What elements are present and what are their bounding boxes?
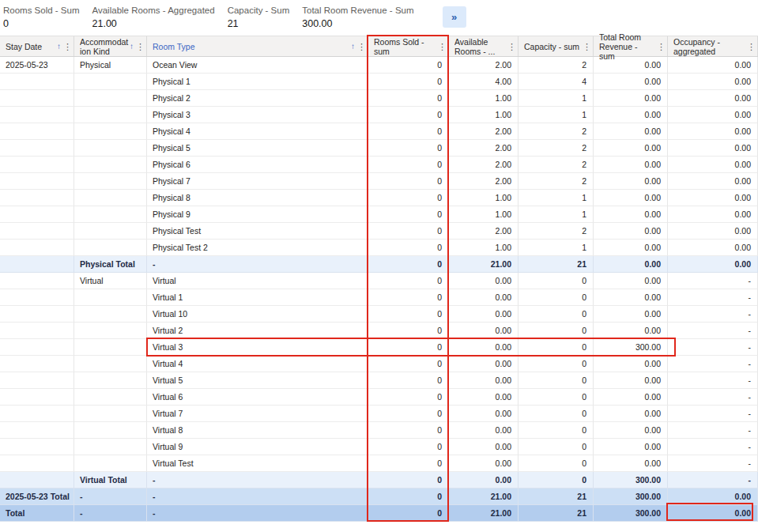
cell-sold: 0 xyxy=(368,240,449,256)
cell-cap: 0 xyxy=(519,323,594,339)
table-row[interactable]: Virtual 900.0000.00- xyxy=(0,439,758,455)
table-row[interactable]: Virtual 600.0000.00- xyxy=(0,389,758,406)
column-header-accommodation-kind[interactable]: Accommodation Kind ↑ ⋮ xyxy=(74,36,147,56)
cell-room: Physical 3 xyxy=(147,107,368,123)
cell-room: Virtual 4 xyxy=(147,356,368,372)
double-chevron-right-icon: » xyxy=(451,11,457,23)
table-row[interactable]: Physical Test 201.0010.000.00 xyxy=(0,240,758,256)
cell-rev: 0.00 xyxy=(594,455,668,472)
table-row[interactable]: Physical 201.0010.000.00 xyxy=(0,90,758,107)
sort-asc-icon[interactable]: ↑ xyxy=(351,42,355,51)
cell-kind xyxy=(74,455,147,472)
report-page: Rooms Sold - Sum 0 Available Rooms - Agg… xyxy=(0,0,758,532)
cell-kind: Virtual Total xyxy=(74,472,147,489)
cell-date xyxy=(0,90,74,107)
cell-avail: 0.00 xyxy=(449,339,519,356)
kebab-menu-icon[interactable]: ⋮ xyxy=(438,42,447,51)
cell-kind xyxy=(74,140,147,157)
table-row[interactable]: Virtual 1000.0000.00- xyxy=(0,306,758,323)
column-header-room-type[interactable]: Room Type ↑ ⋮ xyxy=(147,36,368,56)
kebab-menu-icon[interactable]: ⋮ xyxy=(657,42,666,51)
cell-avail: 0.00 xyxy=(449,406,519,422)
metric-available-rooms: Available Rooms - Aggregated 21.00 xyxy=(92,6,215,29)
kebab-menu-icon[interactable]: ⋮ xyxy=(747,42,756,51)
table-row[interactable]: Virtual 300.000300.00- xyxy=(0,339,758,356)
table-row[interactable]: Physical 402.0020.000.00 xyxy=(0,123,758,140)
column-header-total-room-revenue-sum[interactable]: Total Room Revenue - sum ⋮ xyxy=(594,36,668,56)
cell-date xyxy=(0,256,74,273)
cell-cap: 21 xyxy=(519,256,594,273)
cell-room: Physical 7 xyxy=(147,173,368,190)
table-row[interactable]: Virtual 100.0000.00- xyxy=(0,289,758,306)
cell-avail: 21.00 xyxy=(449,505,519,522)
cell-rev: 0.00 xyxy=(594,190,668,206)
table-row[interactable]: Physical 502.0020.000.00 xyxy=(0,140,758,157)
sort-asc-icon[interactable]: ↑ xyxy=(57,42,61,51)
cell-date xyxy=(0,472,74,489)
cell-date xyxy=(0,439,74,455)
table-row[interactable]: Physical 602.0020.000.00 xyxy=(0,157,758,173)
kebab-menu-icon[interactable]: ⋮ xyxy=(583,42,591,51)
cell-rev: 0.00 xyxy=(594,74,668,90)
table-row[interactable]: Physical 104.0040.000.00 xyxy=(0,74,758,90)
column-header-rooms-sold-sum[interactable]: Rooms Sold - sum ⋮ xyxy=(368,36,449,56)
cell-sold: 0 xyxy=(368,140,449,157)
kebab-menu-icon[interactable]: ⋮ xyxy=(507,42,516,51)
column-header-stay-date[interactable]: Stay Date ↑ ⋮ xyxy=(0,36,74,56)
cell-kind xyxy=(74,422,147,439)
cell-sold: 0 xyxy=(368,306,449,323)
cell-avail: 0.00 xyxy=(449,289,519,306)
cell-rev: 0.00 xyxy=(594,372,668,389)
cell-avail: 2.00 xyxy=(449,157,519,173)
cell-sold: 0 xyxy=(368,190,449,206)
cell-cap: 21 xyxy=(519,505,594,522)
cell-cap: 1 xyxy=(519,190,594,206)
cell-kind xyxy=(74,372,147,389)
cell-kind xyxy=(74,240,147,256)
cell-room: Virtual 1 xyxy=(147,289,368,306)
table-row[interactable]: Virtual Test00.0000.00- xyxy=(0,455,758,472)
cell-cap: 0 xyxy=(519,389,594,406)
table-row[interactable]: Physical Test02.0020.000.00 xyxy=(0,223,758,240)
table-row[interactable]: Physical 301.0010.000.00 xyxy=(0,107,758,123)
column-header-capacity-sum[interactable]: Capacity - sum ⋮ xyxy=(519,36,594,56)
table-row[interactable]: Virtual 500.0000.00- xyxy=(0,372,758,389)
column-label: Room Type xyxy=(153,42,350,51)
cell-cap: 2 xyxy=(519,173,594,190)
cell-occ: - xyxy=(668,439,758,455)
metric-label: Capacity - Sum xyxy=(228,6,290,16)
cell-rev: 0.00 xyxy=(594,223,668,240)
cell-date xyxy=(0,356,74,372)
cell-room: Physical Test 2 xyxy=(147,240,368,256)
cell-avail: 21.00 xyxy=(449,489,519,505)
kebab-menu-icon[interactable]: ⋮ xyxy=(136,42,145,51)
expand-button[interactable]: » xyxy=(443,6,466,28)
table-row[interactable]: Physical 901.0010.000.00 xyxy=(0,206,758,223)
table-row[interactable]: Virtual 400.0000.00- xyxy=(0,356,758,372)
table-row[interactable]: Physical 702.0020.000.00 xyxy=(0,173,758,190)
column-header-available-rooms[interactable]: Available Rooms - ... ⋮ xyxy=(449,36,519,56)
table-row[interactable]: Physical 801.0010.000.00 xyxy=(0,190,758,206)
sort-asc-icon[interactable]: ↑ xyxy=(130,42,134,51)
cell-occ: - xyxy=(668,406,758,422)
table-row[interactable]: Virtual 700.0000.00- xyxy=(0,406,758,422)
cell-occ: 0.00 xyxy=(668,157,758,173)
table-row[interactable]: Virtual 200.0000.00- xyxy=(0,323,758,339)
table-row[interactable]: Virtual Total-00.000300.00- xyxy=(0,472,758,489)
table-row[interactable]: Total--021.0021300.000.00 xyxy=(0,505,758,522)
cell-avail: 0.00 xyxy=(449,306,519,323)
table-row[interactable]: 2025-05-23 Total--021.0021300.000.00 xyxy=(0,489,758,505)
cell-rev: 0.00 xyxy=(594,206,668,223)
cell-room: Virtual 2 xyxy=(147,323,368,339)
kebab-menu-icon[interactable]: ⋮ xyxy=(63,42,72,51)
table-row[interactable]: Virtual 800.0000.00- xyxy=(0,422,758,439)
cell-occ: 0.00 xyxy=(668,90,758,107)
cell-avail: 0.00 xyxy=(449,273,519,289)
cell-date xyxy=(0,323,74,339)
column-header-occupancy-aggregated[interactable]: Occupancy - aggregated ⋮ xyxy=(668,36,758,56)
cell-cap: 0 xyxy=(519,273,594,289)
table-row[interactable]: VirtualVirtual00.0000.00- xyxy=(0,273,758,289)
table-row[interactable]: 2025-05-23PhysicalOcean View02.0020.000.… xyxy=(0,57,758,74)
table-row[interactable]: Physical Total-021.00210.000.00 xyxy=(0,256,758,273)
kebab-menu-icon[interactable]: ⋮ xyxy=(357,42,366,51)
